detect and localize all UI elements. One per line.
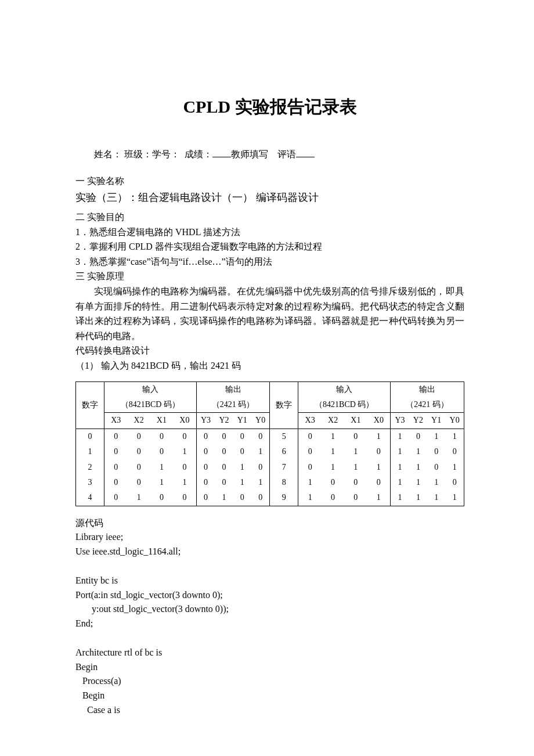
objective-1: 1．熟悉组合逻辑电路的 VHDL 描述方法 [75, 225, 464, 240]
table-cell: 1 [251, 475, 270, 490]
table-cell: 1 [233, 460, 251, 475]
table-cell: 0 [104, 444, 127, 459]
table-cell: 0 [409, 429, 427, 444]
col-y1-2: Y1 [427, 413, 445, 429]
table-cell: 0 [128, 444, 150, 459]
table-cell: 1 [150, 475, 173, 490]
table-cell: 1 [298, 475, 322, 490]
table-cell: 0 [298, 444, 322, 459]
table-cell: 0 [173, 490, 196, 506]
col-y0-1: Y0 [251, 413, 270, 429]
experiment-name: 实验（三）：组合逻辑电路设计（一） 编译码器设计 [75, 189, 464, 206]
table-cell: 0 [215, 460, 233, 475]
table-cell: 0 [445, 475, 464, 490]
table-cell: 0 [173, 429, 196, 444]
table-cell: 0 [196, 490, 215, 506]
table-cell: 3 [76, 475, 104, 490]
col-input-2: 输入 [298, 381, 391, 397]
table-cell: 1 [76, 444, 104, 459]
table-cell: 0 [233, 490, 251, 506]
col-digit-1: 数字 [76, 381, 104, 429]
table-cell: 0 [251, 429, 270, 444]
col-x0-2: X0 [367, 413, 390, 429]
table-cell: 0 [196, 444, 215, 459]
col-y3-1: Y3 [196, 413, 215, 429]
table-cell: 1 [445, 460, 464, 475]
section-3-heading: 三 实验原理 [75, 269, 464, 284]
table-cell: 1 [391, 475, 409, 490]
comment-label: 评语 [277, 149, 296, 159]
table-cell: 0 [298, 460, 322, 475]
col-y3-2: Y3 [391, 413, 409, 429]
col-output-sub-1: （2421 码） [196, 397, 270, 413]
table-cell: 1 [409, 460, 427, 475]
col-x1-1: X1 [150, 413, 173, 429]
table-cell: 0 [427, 460, 445, 475]
table-cell: 1 [344, 444, 367, 459]
objective-3: 3．熟悉掌握“case”语句与“if…else…”语句的用法 [75, 254, 464, 269]
col-digit-2: 数字 [270, 381, 298, 429]
table-cell: 1 [215, 490, 233, 506]
table-cell: 1 [391, 460, 409, 475]
table-cell: 0 [367, 475, 390, 490]
table-cell: 0 [322, 475, 344, 490]
table-cell: 1 [427, 490, 445, 506]
table-cell: 0 [150, 444, 173, 459]
table-cell: 0 [196, 429, 215, 444]
table-cell: 0 [344, 429, 367, 444]
student-info-line: 姓名： 班级：学号： 成绩：教师填写 评语 [75, 147, 464, 162]
col-y2-2: Y2 [409, 413, 427, 429]
col-output-1: 输出 [196, 381, 270, 397]
sid-label: 学号： [152, 149, 180, 159]
table-cell: 0 [76, 429, 104, 444]
table-cell: 1 [150, 460, 173, 475]
table-cell: 1 [322, 444, 344, 459]
col-x2-1: X2 [128, 413, 150, 429]
table-cell: 6 [270, 444, 298, 459]
table-cell: 0 [344, 490, 367, 506]
col-x3-1: X3 [104, 413, 127, 429]
table-cell: 1 [445, 429, 464, 444]
table-cell: 0 [215, 444, 233, 459]
table-cell: 1 [409, 444, 427, 459]
table-cell: 7 [270, 460, 298, 475]
table-cell: 1 [391, 490, 409, 506]
table-cell: 0 [173, 460, 196, 475]
table-cell: 0 [104, 429, 127, 444]
col-y0-2: Y0 [445, 413, 464, 429]
table-cell: 1 [251, 444, 270, 459]
class-label: 班级： [124, 149, 152, 159]
table-cell: 0 [344, 475, 367, 490]
table-cell: 0 [251, 490, 270, 506]
table-cell: 0 [233, 444, 251, 459]
table-cell: 0 [427, 444, 445, 459]
table-cell: 0 [445, 444, 464, 459]
table-cell: 0 [128, 460, 150, 475]
col-y2-1: Y2 [215, 413, 233, 429]
table-cell: 0 [196, 460, 215, 475]
source-code-heading: 源代码 [75, 516, 464, 531]
table-cell: 0 [215, 475, 233, 490]
col-y1-1: Y1 [233, 413, 251, 429]
table-cell: 0 [128, 429, 150, 444]
bcd-2421-table: 数字 输入 输出 数字 输入 输出 （8421BCD 码） （2421 码） （… [75, 381, 464, 506]
table-cell: 1 [322, 460, 344, 475]
comment-blank [296, 157, 315, 157]
table-cell: 1 [173, 444, 196, 459]
table-cell: 1 [128, 490, 150, 506]
col-input-sub-1: （8421BCD 码） [104, 397, 196, 413]
table-cell: 0 [215, 429, 233, 444]
table-cell: 8 [270, 475, 298, 490]
table-cell: 1 [391, 444, 409, 459]
table-cell: 1 [298, 490, 322, 506]
table-cell: 1 [391, 429, 409, 444]
principle-paragraph: 实现编码操作的电路称为编码器。在优先编码器中优先级别高的信号排斥级别低的，即具有… [75, 284, 464, 343]
table-cell: 1 [367, 429, 390, 444]
table-cell: 1 [409, 490, 427, 506]
section-2-heading: 二 实验目的 [75, 210, 464, 225]
table-cell: 0 [104, 475, 127, 490]
source-code: Library ieee; Use ieee.std_logic_1164.al… [75, 530, 464, 717]
col-input-sub-2: （8421BCD 码） [298, 397, 391, 413]
subheading-code-convert: 代码转换电路设计 [75, 343, 464, 358]
subheading-item-1: （1） 输入为 8421BCD 码，输出 2421 码 [75, 358, 464, 373]
